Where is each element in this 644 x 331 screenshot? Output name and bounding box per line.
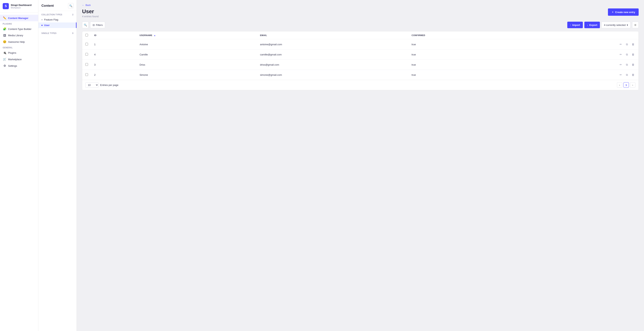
sidebar-item-media-library[interactable]: 🖼 Media Library	[0, 32, 38, 38]
next-page-button[interactable]: ›	[630, 82, 635, 88]
edit-icon[interactable]: ✏	[618, 62, 623, 67]
duplicate-icon[interactable]: ⧉	[625, 62, 629, 67]
prev-page-button[interactable]: ‹	[617, 82, 622, 88]
row-checkbox[interactable]	[85, 63, 88, 66]
middle-header: Content 🔍	[38, 3, 76, 11]
single-types-count: 0	[72, 32, 74, 34]
duplicate-icon[interactable]: ⧉	[625, 42, 629, 46]
single-types-header: SINGLE TYPES 0	[38, 31, 76, 36]
row-actions: ✏ ⧉ 🗑	[515, 60, 638, 70]
duplicate-icon[interactable]: ⧉	[625, 52, 629, 57]
header-confirmed: CONFIRMED	[408, 32, 515, 39]
table-row: 4 Camille camille@gmail.com true ✏ ⧉ 🗑	[82, 50, 638, 60]
sidebar-item-awesome-help[interactable]: 😊 Awesome Help	[0, 38, 38, 45]
delete-icon[interactable]: 🗑	[631, 42, 635, 46]
row-username: Driss	[136, 60, 257, 70]
plugins-label: Plugins	[0, 21, 38, 26]
single-types-label: SINGLE TYPES	[42, 32, 56, 34]
row-checkbox[interactable]	[85, 43, 88, 46]
header-id: ID	[91, 32, 136, 39]
row-email: antoine@gmail.com	[257, 39, 408, 50]
entries-count: 4 entries found	[82, 15, 98, 18]
selected-dropdown[interactable]: 4 currently selected ▾	[602, 22, 630, 28]
collection-types-count: 2	[72, 14, 74, 16]
edit-icon[interactable]: ✏	[618, 72, 623, 77]
duplicate-icon[interactable]: ⧉	[625, 72, 629, 77]
app-sub: Workplace	[11, 6, 32, 9]
user-label: User	[44, 24, 50, 27]
sidebar-item-plugins[interactable]: 🔌 Plugins	[0, 50, 38, 56]
sidebar-item-label: Marketplace	[8, 58, 22, 61]
middle-panel: Content 🔍 COLLECTION TYPES 2 Feature Fla…	[38, 0, 77, 331]
header-actions	[515, 32, 638, 39]
toolbar: 🔍 ⊟ Filters ↑ Import ↓ Export 4 currentl…	[82, 22, 639, 28]
sidebar-item-label: Plugins	[8, 52, 16, 54]
page-title: User	[82, 8, 98, 14]
pagination: 10 20 50 Entries per page ‹ 1 ›	[82, 80, 638, 90]
sidebar-item-content-manager[interactable]: ✏️ Content Manager	[0, 15, 38, 21]
row-username: Camille	[136, 50, 257, 60]
settings-icon: ⚙	[3, 64, 6, 68]
create-btn-label: Create new entry	[615, 11, 635, 14]
selected-text: 4 currently selected	[604, 24, 626, 26]
export-button[interactable]: ↓ Export	[584, 22, 600, 28]
collection-item-feature-flag[interactable]: Feature Flag	[38, 17, 76, 22]
delete-icon[interactable]: 🗑	[631, 72, 635, 77]
filters-label: Filters	[96, 24, 102, 26]
filters-button[interactable]: ⊟ Filters	[90, 22, 105, 28]
collection-item-user[interactable]: User	[38, 22, 76, 28]
divider	[38, 11, 76, 11]
back-label: Back	[86, 4, 91, 6]
collection-types-header: COLLECTION TYPES 2	[38, 12, 76, 17]
page-title-section: User 4 entries found	[82, 8, 98, 18]
sidebar-item-content-type-builder[interactable]: 🧩 Content-Type Builder	[0, 26, 38, 32]
select-all-checkbox[interactable]	[85, 34, 88, 36]
header-email: EMAIL	[257, 32, 408, 39]
data-table: ID USERNAME ▲ EMAIL CONFIRMED 1 Antoine …	[82, 31, 639, 90]
sidebar-item-settings[interactable]: ⚙ Settings	[0, 62, 38, 69]
search-button[interactable]: 🔍	[82, 22, 88, 28]
general-label: General	[0, 45, 38, 50]
per-page-select[interactable]: 10 20 50	[85, 82, 98, 88]
entries-per-page-label: Entries per page	[100, 84, 118, 86]
row-checkbox-cell	[82, 50, 91, 60]
edit-icon[interactable]: ✏	[618, 52, 623, 57]
row-id: 3	[91, 60, 136, 70]
awesome-help-icon: 😊	[3, 40, 6, 44]
sidebar-item-label: Content Manager	[8, 17, 28, 20]
current-page: 1	[624, 82, 629, 88]
row-confirmed: true	[408, 70, 515, 80]
collection-types-label: COLLECTION TYPES	[42, 14, 62, 16]
column-settings-button[interactable]: ⚙	[632, 22, 639, 28]
edit-icon[interactable]: ✏	[618, 42, 623, 46]
delete-icon[interactable]: 🗑	[631, 62, 635, 67]
import-button[interactable]: ↑ Import	[567, 22, 583, 28]
export-label: Export	[589, 24, 597, 26]
logo-icon: S	[3, 3, 9, 9]
row-email: camille@gmail.com	[257, 50, 408, 60]
content-type-builder-icon: 🧩	[3, 27, 6, 31]
row-id: 2	[91, 70, 136, 80]
media-library-icon: 🖼	[3, 34, 6, 37]
export-icon: ↓	[587, 24, 588, 26]
middle-search-button[interactable]: 🔍	[68, 3, 74, 8]
user-dot	[42, 25, 42, 26]
row-checkbox[interactable]	[85, 53, 88, 56]
content-manager-icon: ✏️	[3, 16, 6, 20]
row-email: driss@gmail.com	[257, 60, 408, 70]
sidebar: S Strapi Dashboard Workplace ✏️ Content …	[0, 0, 38, 331]
import-label: Import	[572, 24, 580, 26]
header-checkbox-col	[82, 32, 91, 39]
sidebar-item-marketplace[interactable]: 🛒 Marketplace	[0, 56, 38, 62]
delete-icon[interactable]: 🗑	[631, 52, 635, 57]
import-icon: ↑	[570, 24, 571, 26]
feature-flag-label: Feature Flag	[44, 18, 58, 21]
back-arrow-icon: ←	[82, 4, 84, 6]
header-username[interactable]: USERNAME ▲	[136, 32, 257, 39]
create-new-entry-button[interactable]: ＋ Create new entry	[608, 8, 639, 16]
toolbar-right: ↑ Import ↓ Export 4 currently selected ▾…	[567, 22, 639, 28]
marketplace-icon: 🛒	[3, 58, 6, 61]
plugins-icon: 🔌	[3, 51, 6, 54]
row-checkbox[interactable]	[85, 73, 88, 76]
back-link[interactable]: ← Back	[82, 4, 91, 6]
